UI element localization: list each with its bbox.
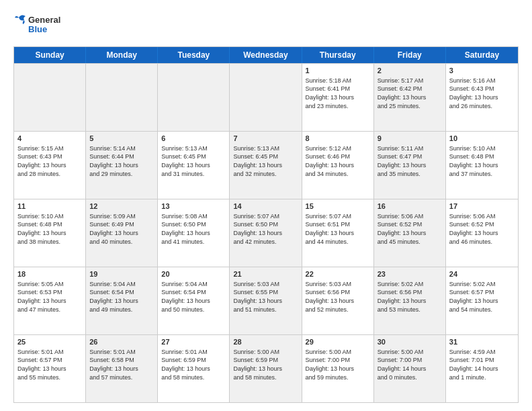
day-number: 29 xyxy=(306,337,370,347)
day-number: 15 xyxy=(306,201,370,212)
cal-day-empty xyxy=(86,64,158,131)
cal-day-11: 11Sunrise: 5:10 AM Sunset: 6:48 PM Dayli… xyxy=(14,199,86,267)
day-info: Sunrise: 5:15 AM Sunset: 6:43 PM Dayligh… xyxy=(17,144,82,178)
cal-day-4: 4Sunrise: 5:15 AM Sunset: 6:43 PM Daylig… xyxy=(14,132,86,199)
cal-header-saturday: Saturday xyxy=(446,47,518,63)
day-info: Sunrise: 5:05 AM Sunset: 6:53 PM Dayligh… xyxy=(17,280,82,314)
day-number: 1 xyxy=(306,66,370,76)
cal-header-friday: Friday xyxy=(374,47,446,63)
day-number: 24 xyxy=(449,269,515,279)
day-info: Sunrise: 5:03 AM Sunset: 6:56 PM Dayligh… xyxy=(306,280,370,314)
cal-week-5: 25Sunrise: 5:01 AM Sunset: 6:57 PM Dayli… xyxy=(14,334,518,402)
calendar-body: 1Sunrise: 5:18 AM Sunset: 6:41 PM Daylig… xyxy=(14,63,518,402)
cal-day-17: 17Sunrise: 5:06 AM Sunset: 6:52 PM Dayli… xyxy=(446,199,518,267)
logo: General Blue xyxy=(13,11,74,41)
day-info: Sunrise: 5:10 AM Sunset: 6:48 PM Dayligh… xyxy=(449,144,515,178)
day-number: 9 xyxy=(378,134,442,144)
day-number: 11 xyxy=(17,201,82,212)
cal-day-19: 19Sunrise: 5:04 AM Sunset: 6:54 PM Dayli… xyxy=(86,267,158,334)
day-number: 10 xyxy=(449,134,515,144)
day-number: 18 xyxy=(17,269,82,279)
day-info: Sunrise: 5:14 AM Sunset: 6:44 PM Dayligh… xyxy=(89,144,154,178)
day-info: Sunrise: 5:17 AM Sunset: 6:42 PM Dayligh… xyxy=(378,77,442,110)
day-info: Sunrise: 5:13 AM Sunset: 6:45 PM Dayligh… xyxy=(161,144,226,178)
cal-day-8: 8Sunrise: 5:12 AM Sunset: 6:46 PM Daylig… xyxy=(302,132,374,199)
day-number: 4 xyxy=(17,134,82,144)
day-info: Sunrise: 5:10 AM Sunset: 6:48 PM Dayligh… xyxy=(17,212,82,246)
day-info: Sunrise: 5:06 AM Sunset: 6:52 PM Dayligh… xyxy=(378,212,442,246)
day-number: 14 xyxy=(233,201,298,212)
day-info: Sunrise: 5:09 AM Sunset: 6:49 PM Dayligh… xyxy=(89,212,154,246)
cal-day-9: 9Sunrise: 5:11 AM Sunset: 6:47 PM Daylig… xyxy=(374,132,446,199)
day-number: 2 xyxy=(378,66,442,76)
day-info: Sunrise: 5:16 AM Sunset: 6:43 PM Dayligh… xyxy=(449,77,515,110)
day-number: 30 xyxy=(378,337,442,347)
day-info: Sunrise: 4:59 AM Sunset: 7:01 PM Dayligh… xyxy=(449,348,515,381)
day-info: Sunrise: 5:03 AM Sunset: 6:55 PM Dayligh… xyxy=(233,280,298,314)
cal-day-12: 12Sunrise: 5:09 AM Sunset: 6:49 PM Dayli… xyxy=(86,199,158,267)
cal-day-18: 18Sunrise: 5:05 AM Sunset: 6:53 PM Dayli… xyxy=(14,267,86,334)
cal-week-2: 4Sunrise: 5:15 AM Sunset: 6:43 PM Daylig… xyxy=(14,131,518,199)
day-info: Sunrise: 5:12 AM Sunset: 6:46 PM Dayligh… xyxy=(306,144,370,178)
svg-text:Blue: Blue xyxy=(28,24,47,34)
day-number: 19 xyxy=(89,269,154,279)
svg-text:General: General xyxy=(28,15,60,25)
cal-day-2: 2Sunrise: 5:17 AM Sunset: 6:42 PM Daylig… xyxy=(374,64,446,131)
calendar-header-row: SundayMondayTuesdayWednesdayThursdayFrid… xyxy=(14,47,518,63)
cal-week-3: 11Sunrise: 5:10 AM Sunset: 6:48 PM Dayli… xyxy=(14,199,518,267)
cal-header-thursday: Thursday xyxy=(302,47,374,63)
cal-day-14: 14Sunrise: 5:07 AM Sunset: 6:50 PM Dayli… xyxy=(230,199,302,267)
day-info: Sunrise: 5:08 AM Sunset: 6:50 PM Dayligh… xyxy=(161,212,226,246)
day-number: 27 xyxy=(161,337,226,347)
day-number: 6 xyxy=(161,134,226,144)
day-info: Sunrise: 5:01 AM Sunset: 6:57 PM Dayligh… xyxy=(17,348,82,381)
cal-day-24: 24Sunrise: 5:02 AM Sunset: 6:57 PM Dayli… xyxy=(446,267,518,334)
day-number: 28 xyxy=(233,337,298,347)
day-number: 13 xyxy=(161,201,226,212)
cal-header-tuesday: Tuesday xyxy=(158,47,230,63)
cal-week-1: 1Sunrise: 5:18 AM Sunset: 6:41 PM Daylig… xyxy=(14,63,518,131)
calendar-page: General Blue SundayMondayTuesdayWednesda… xyxy=(0,0,532,411)
cal-day-3: 3Sunrise: 5:16 AM Sunset: 6:43 PM Daylig… xyxy=(446,64,518,131)
day-number: 25 xyxy=(17,337,82,347)
day-info: Sunrise: 5:02 AM Sunset: 6:56 PM Dayligh… xyxy=(378,280,442,314)
cal-day-empty xyxy=(230,64,302,131)
day-number: 3 xyxy=(449,66,515,76)
day-number: 23 xyxy=(378,269,442,279)
cal-day-23: 23Sunrise: 5:02 AM Sunset: 6:56 PM Dayli… xyxy=(374,267,446,334)
cal-day-21: 21Sunrise: 5:03 AM Sunset: 6:55 PM Dayli… xyxy=(230,267,302,334)
cal-day-20: 20Sunrise: 5:04 AM Sunset: 6:54 PM Dayli… xyxy=(158,267,230,334)
cal-day-27: 27Sunrise: 5:01 AM Sunset: 6:59 PM Dayli… xyxy=(158,335,230,402)
cal-day-22: 22Sunrise: 5:03 AM Sunset: 6:56 PM Dayli… xyxy=(302,267,374,334)
cal-day-empty xyxy=(158,64,230,131)
cal-day-13: 13Sunrise: 5:08 AM Sunset: 6:50 PM Dayli… xyxy=(158,199,230,267)
cal-day-31: 31Sunrise: 4:59 AM Sunset: 7:01 PM Dayli… xyxy=(446,335,518,402)
day-number: 7 xyxy=(233,134,298,144)
page-header: General Blue xyxy=(13,11,519,41)
calendar: SundayMondayTuesdayWednesdayThursdayFrid… xyxy=(13,46,519,403)
day-info: Sunrise: 5:00 AM Sunset: 6:59 PM Dayligh… xyxy=(233,348,298,381)
cal-day-6: 6Sunrise: 5:13 AM Sunset: 6:45 PM Daylig… xyxy=(158,132,230,199)
day-info: Sunrise: 5:04 AM Sunset: 6:54 PM Dayligh… xyxy=(161,280,226,314)
day-info: Sunrise: 5:18 AM Sunset: 6:41 PM Dayligh… xyxy=(306,77,370,110)
day-info: Sunrise: 5:06 AM Sunset: 6:52 PM Dayligh… xyxy=(449,212,515,246)
cal-day-1: 1Sunrise: 5:18 AM Sunset: 6:41 PM Daylig… xyxy=(302,64,374,131)
day-number: 8 xyxy=(306,134,370,144)
day-info: Sunrise: 5:00 AM Sunset: 7:00 PM Dayligh… xyxy=(306,348,370,381)
cal-header-monday: Monday xyxy=(86,47,158,63)
cal-day-25: 25Sunrise: 5:01 AM Sunset: 6:57 PM Dayli… xyxy=(14,335,86,402)
cal-day-empty xyxy=(14,64,86,131)
cal-day-26: 26Sunrise: 5:01 AM Sunset: 6:58 PM Dayli… xyxy=(86,335,158,402)
day-info: Sunrise: 5:01 AM Sunset: 6:58 PM Dayligh… xyxy=(89,348,154,381)
day-info: Sunrise: 5:01 AM Sunset: 6:59 PM Dayligh… xyxy=(161,348,226,381)
day-number: 20 xyxy=(161,269,226,279)
cal-day-30: 30Sunrise: 5:00 AM Sunset: 7:00 PM Dayli… xyxy=(374,335,446,402)
cal-day-28: 28Sunrise: 5:00 AM Sunset: 6:59 PM Dayli… xyxy=(230,335,302,402)
day-info: Sunrise: 5:00 AM Sunset: 7:00 PM Dayligh… xyxy=(378,348,442,381)
cal-day-5: 5Sunrise: 5:14 AM Sunset: 6:44 PM Daylig… xyxy=(86,132,158,199)
cal-week-4: 18Sunrise: 5:05 AM Sunset: 6:53 PM Dayli… xyxy=(14,267,518,334)
day-info: Sunrise: 5:04 AM Sunset: 6:54 PM Dayligh… xyxy=(89,280,154,314)
day-info: Sunrise: 5:02 AM Sunset: 6:57 PM Dayligh… xyxy=(449,280,515,314)
cal-header-sunday: Sunday xyxy=(14,47,86,63)
day-number: 31 xyxy=(449,337,515,347)
